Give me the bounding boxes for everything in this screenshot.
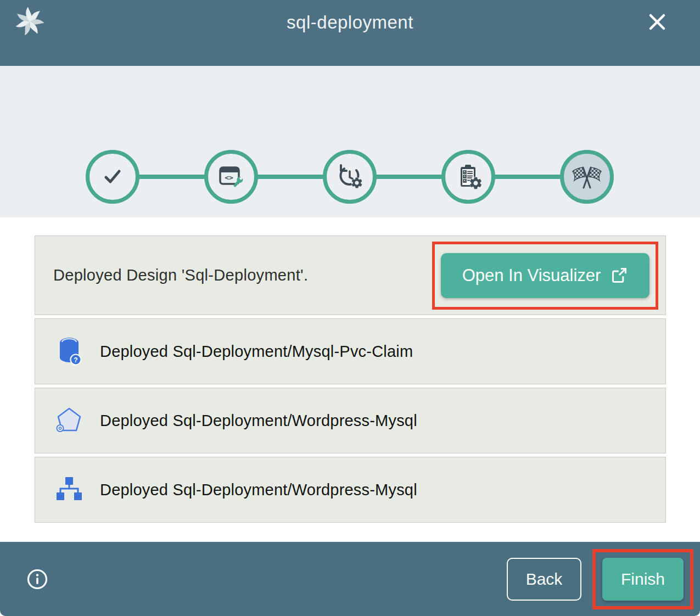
- deployed-row-text: Deployed Sql-Deployment/Mysql-Pvc-Claim: [100, 343, 413, 361]
- deployed-row-wordpress-mysql-app: Deployed Sql-Deployment/Wordpress-Mysql: [35, 388, 666, 453]
- step-circle: [323, 150, 377, 204]
- clipboard-gear-icon: [453, 162, 483, 192]
- deployed-design-row: Deployed Design 'Sql-Deployment'. Open I…: [35, 236, 666, 315]
- deployed-row-pvc-claim: ? Deployed Sql-Deployment/Mysql-Pvc-Clai…: [35, 318, 666, 384]
- svg-text:?: ?: [74, 356, 77, 364]
- dialog-header: sql-deployment: [0, 0, 700, 66]
- deployed-row-wordpress-mysql-workload: Deployed Sql-Deployment/Wordpress-Mysql: [35, 457, 666, 523]
- step-finish[interactable]: Finsh: [528, 66, 646, 217]
- step-circle-active: [560, 150, 614, 204]
- back-button[interactable]: Back: [507, 558, 581, 601]
- step-circle: [441, 150, 495, 204]
- deployed-row-text: Deployed Sql-Deployment/Wordpress-Mysql: [100, 412, 417, 430]
- info-icon[interactable]: [26, 568, 48, 590]
- pentagon-icon: [55, 406, 83, 435]
- step-identify-environments[interactable]: <> Identify Environments: [172, 66, 290, 217]
- finish-button[interactable]: Finish: [602, 558, 684, 601]
- step-dry-run[interactable]: Dry Run: [290, 66, 409, 217]
- annotation-highlight-finish: Finish: [592, 549, 693, 609]
- step-validate-design[interactable]: Validate Design: [53, 66, 172, 217]
- results-panel: Deployed Design 'Sql-Deployment'. Open I…: [0, 217, 700, 548]
- open-in-visualizer-button[interactable]: Open In Visualizer: [441, 253, 649, 298]
- step-circle: [86, 150, 139, 204]
- deployed-row-text: Deployed Sql-Deployment/Wordpress-Mysql: [100, 481, 417, 499]
- close-icon[interactable]: [646, 11, 668, 33]
- annotation-highlight-visualizer: Open In Visualizer: [432, 242, 658, 310]
- database-icon: ?: [55, 337, 83, 366]
- wizard-stepper: Validate Design <> Identify Environments: [0, 66, 700, 217]
- external-link-icon: [611, 267, 628, 284]
- deployed-design-text: Deployed Design 'Sql-Deployment'.: [53, 266, 308, 284]
- dialog-footer: Back Finish: [0, 542, 700, 616]
- checkered-flags-icon: [570, 160, 603, 193]
- step-circle: <>: [204, 150, 258, 204]
- pinwheel-logo-icon: [15, 7, 44, 36]
- open-in-visualizer-label: Open In Visualizer: [462, 266, 601, 285]
- checkmark-icon: [98, 163, 127, 191]
- history-gear-icon: [335, 162, 365, 192]
- code-window-wrench-icon: <>: [217, 163, 245, 191]
- step-finalize-deployment[interactable]: Finalize Deployment: [409, 66, 528, 217]
- svg-text:<>: <>: [225, 173, 233, 182]
- hierarchy-icon: [55, 475, 83, 505]
- dialog-title: sql-deployment: [287, 12, 413, 33]
